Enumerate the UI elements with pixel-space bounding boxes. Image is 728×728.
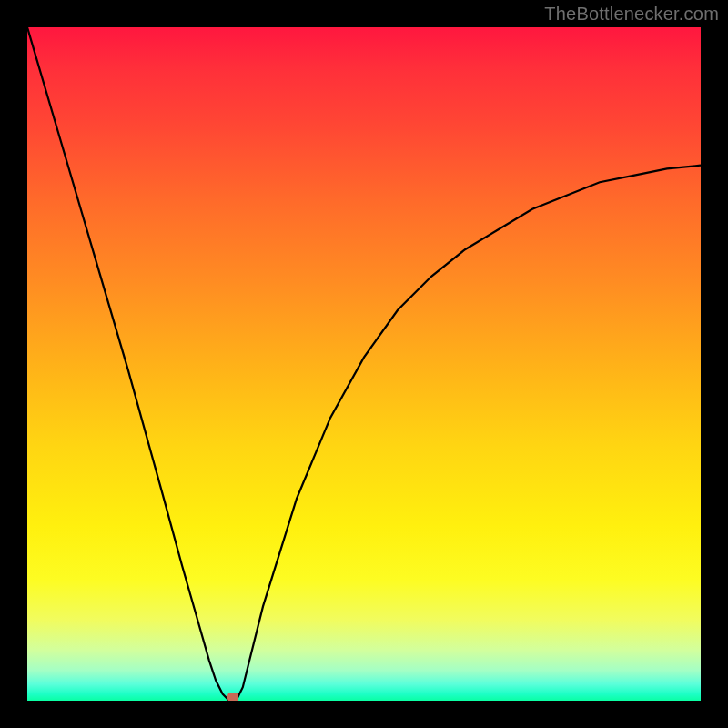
bottleneck-curve-svg <box>27 27 701 701</box>
optimal-point-marker <box>228 693 238 701</box>
chart-frame: TheBottlenecker.com <box>0 0 728 728</box>
watermark-text: TheBottlenecker.com <box>544 4 719 25</box>
bottleneck-curve-path <box>27 27 701 701</box>
plot-area <box>27 27 701 701</box>
